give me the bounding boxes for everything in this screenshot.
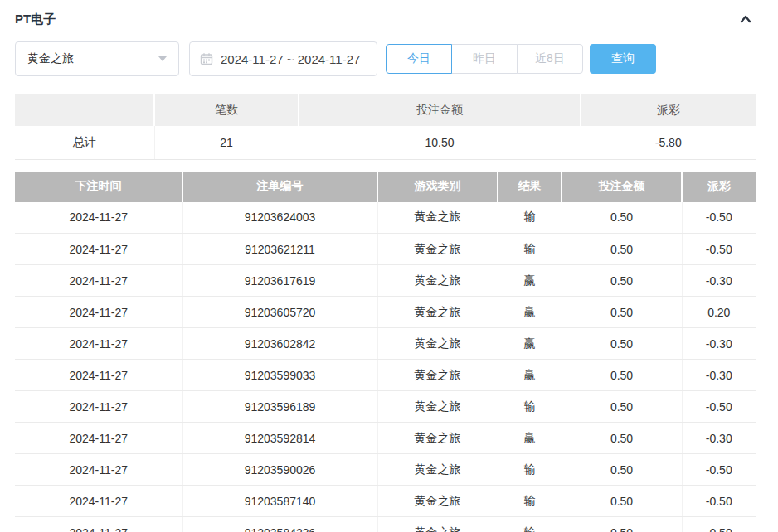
cell-bet: 0.50 (562, 328, 682, 360)
cell-date: 2024-11-27 (15, 360, 182, 391)
cell-game: 黄金之旅 (377, 265, 498, 297)
chevron-down-icon (158, 56, 167, 61)
quick-date-button[interactable]: 昨日 (451, 44, 518, 74)
cell-bet: 0.50 (562, 391, 682, 423)
cell-payout: -0.30 (682, 360, 756, 391)
cell-game: 黄金之旅 (377, 297, 498, 328)
calendar-icon (200, 52, 213, 65)
cell-bet: 0.50 (562, 360, 682, 391)
cell-payout: -0.50 (682, 202, 756, 234)
records-column-header: 结果 (498, 172, 562, 202)
table-row: 2024-11-2791203602842黄金之旅赢0.50-0.30 (15, 328, 756, 360)
panel-header: PT电子 (15, 8, 756, 30)
records-column-header: 游戏类别 (377, 172, 498, 202)
cell-result: 输 (498, 234, 562, 265)
date-range-value: 2024-11-27 ~ 2024-11-27 (221, 52, 360, 66)
cell-order-no: 91203602842 (182, 328, 377, 360)
table-row: 2024-11-2791203596189黄金之旅输0.50-0.50 (15, 391, 756, 423)
cell-payout: -0.50 (682, 517, 756, 532)
cell-date: 2024-11-27 (15, 234, 182, 265)
records-column-header: 派彩 (682, 172, 756, 202)
table-row: 2024-11-2791203617619黄金之旅赢0.50-0.30 (15, 265, 756, 297)
cell-payout: -0.30 (682, 328, 756, 360)
table-row: 2024-11-2791203592814黄金之旅赢0.50-0.30 (15, 423, 756, 454)
cell-bet: 0.50 (562, 265, 682, 297)
table-row: 2024-11-2791203590026黄金之旅输0.50-0.50 (15, 454, 756, 486)
date-range-input[interactable]: 2024-11-27 ~ 2024-11-27 (189, 41, 377, 76)
game-select-value: 黄金之旅 (27, 51, 74, 66)
summary-header-row: 笔数投注金额派彩 (15, 94, 756, 126)
table-row: 2024-11-2791203624003黄金之旅输0.50-0.50 (15, 202, 756, 234)
cell-bet: 0.50 (562, 454, 682, 486)
cell-game: 黄金之旅 (377, 454, 498, 486)
cell-order-no: 91203621211 (182, 234, 377, 265)
cell-game: 黄金之旅 (377, 391, 498, 423)
cell-order-no: 91203624003 (182, 202, 377, 234)
cell-date: 2024-11-27 (15, 486, 182, 517)
cell-result: 输 (498, 202, 562, 234)
chevron-up-icon (737, 11, 754, 27)
cell-date: 2024-11-27 (15, 423, 182, 454)
cell-date: 2024-11-27 (15, 391, 182, 423)
cell-payout: -0.50 (682, 234, 756, 265)
summary-total-label: 总计 (15, 126, 154, 159)
table-row: 2024-11-2791203587140黄金之旅输0.50-0.50 (15, 486, 756, 517)
cell-result: 赢 (498, 328, 562, 360)
filter-bar: 黄金之旅 2024-11-27 ~ 2024-11-27 今日昨日近8 (15, 41, 756, 76)
cell-game: 黄金之旅 (377, 423, 498, 454)
cell-result: 输 (498, 454, 562, 486)
cell-order-no: 91203596189 (182, 391, 377, 423)
cell-date: 2024-11-27 (15, 202, 182, 234)
cell-payout: 0.20 (682, 297, 756, 328)
records-column-header: 注单编号 (182, 172, 377, 202)
cell-order-no: 91203599033 (182, 360, 377, 391)
cell-result: 输 (498, 391, 562, 423)
quick-date-button[interactable]: 今日 (386, 44, 452, 74)
cell-bet: 0.50 (562, 234, 682, 265)
cell-payout: -0.50 (682, 391, 756, 423)
cell-bet: 0.50 (562, 486, 682, 517)
cell-game: 黄金之旅 (377, 517, 498, 532)
cell-order-no: 91203590026 (182, 454, 377, 486)
records-column-header: 投注金额 (562, 172, 682, 202)
bet-records-table: 下注时间注单编号游戏类别结果投注金额派彩 2024-11-27912036240… (15, 172, 756, 532)
cell-date: 2024-11-27 (15, 517, 182, 532)
cell-result: 赢 (498, 360, 562, 391)
cell-result: 输 (498, 517, 562, 532)
cell-game: 黄金之旅 (377, 486, 498, 517)
summary-column-header (15, 94, 154, 126)
cell-order-no: 91203584236 (182, 517, 377, 532)
cell-result: 输 (498, 486, 562, 517)
report-panel: PT电子 黄金之旅 (0, 0, 778, 532)
cell-game: 黄金之旅 (377, 202, 498, 234)
cell-date: 2024-11-27 (15, 328, 182, 360)
cell-order-no: 91203617619 (182, 265, 377, 297)
summary-bet-amount-value: 10.50 (299, 126, 581, 159)
collapse-panel-button[interactable] (736, 9, 756, 29)
summary-total-row: 总计 21 10.50 -5.80 (15, 126, 756, 159)
cell-bet: 0.50 (562, 202, 682, 234)
cell-payout: -0.30 (682, 423, 756, 454)
summary-payout-value: -5.80 (581, 126, 756, 159)
quick-date-button[interactable]: 近8日 (517, 44, 583, 74)
cell-date: 2024-11-27 (15, 454, 182, 486)
cell-result: 赢 (498, 297, 562, 328)
summary-table: 笔数投注金额派彩 总计 21 10.50 -5.80 (15, 94, 756, 160)
cell-order-no: 91203605720 (182, 297, 377, 328)
cell-payout: -0.30 (682, 265, 756, 297)
summary-column-header: 投注金额 (299, 94, 581, 126)
cell-result: 赢 (498, 265, 562, 297)
table-row: 2024-11-2791203599033黄金之旅赢0.50-0.30 (15, 360, 756, 391)
cell-order-no: 91203587140 (182, 486, 377, 517)
summary-count-value: 21 (154, 126, 299, 159)
game-select[interactable]: 黄金之旅 (15, 41, 179, 76)
records-body: 2024-11-2791203624003黄金之旅输0.50-0.502024-… (15, 202, 756, 532)
query-button[interactable]: 查询 (590, 44, 656, 74)
records-header-row: 下注时间注单编号游戏类别结果投注金额派彩 (15, 172, 756, 202)
cell-game: 黄金之旅 (377, 328, 498, 360)
page-title: PT电子 (15, 12, 56, 27)
records-column-header: 下注时间 (15, 172, 182, 202)
cell-game: 黄金之旅 (377, 234, 498, 265)
cell-game: 黄金之旅 (377, 360, 498, 391)
cell-bet: 0.50 (562, 423, 682, 454)
